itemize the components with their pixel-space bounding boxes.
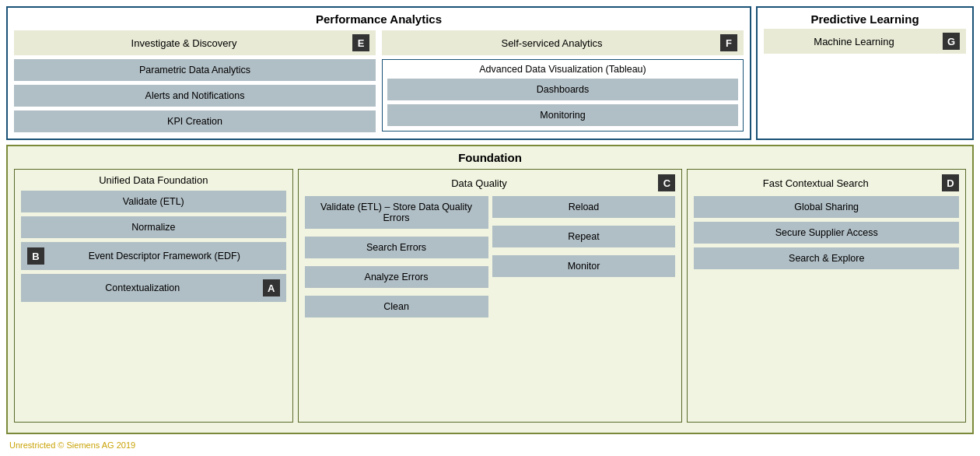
normalize-item: Normalize xyxy=(21,216,286,238)
investigate-label-text: Investigate & Discovery xyxy=(20,37,348,49)
dq-validate-item: Validate (ETL) – Store Data Quality Erro… xyxy=(305,196,488,229)
alerts-item: Alerts and Notifications xyxy=(14,85,376,107)
secure-supplier-item: Secure Supplier Access xyxy=(694,222,959,244)
investigate-col: Investigate & Discovery E Parametric Dat… xyxy=(14,30,376,132)
foundation-title: Foundation xyxy=(14,151,966,164)
adv-viz-box: Advanced Data Visualization (Tableau) Da… xyxy=(382,59,744,132)
footer: Unrestricted © Siemens AG 2019 xyxy=(6,439,974,450)
self-service-col: Self-serviced Analytics F Advanced Data … xyxy=(382,30,744,132)
badge-f: F xyxy=(720,34,737,51)
self-service-label-text: Self-serviced Analytics xyxy=(388,37,716,49)
dq-search-errors-item: Search Errors xyxy=(305,237,488,258)
edf-text: Event Descriptor Framework (EDF) xyxy=(49,251,280,261)
contextualization-item: Contextualization A xyxy=(21,274,286,302)
fast-search-title: Fast Contextual Search xyxy=(694,177,937,189)
badge-a: A xyxy=(263,279,280,296)
search-explore-item: Search & Explore xyxy=(694,247,959,269)
perf-analytics-title: Performance Analytics xyxy=(14,12,744,26)
self-service-label: Self-serviced Analytics F xyxy=(382,30,744,55)
dq-monitor-item: Monitor xyxy=(492,255,676,277)
main-wrapper: Performance Analytics Investigate & Disc… xyxy=(0,0,980,456)
perf-analytics-inner: Investigate & Discovery E Parametric Dat… xyxy=(14,30,744,132)
badge-d: D xyxy=(942,174,959,191)
global-sharing-item: Global Sharing xyxy=(694,196,959,218)
top-row: Performance Analytics Investigate & Disc… xyxy=(6,6,974,140)
dq-title: Data Quality xyxy=(305,177,654,189)
adv-viz-label: Advanced Data Visualization (Tableau) xyxy=(387,64,738,75)
parametric-item: Parametric Data Analytics xyxy=(14,59,376,81)
contextualization-text: Contextualization xyxy=(27,282,258,293)
data-quality-sub: Data Quality C Validate (ETL) – Store Da… xyxy=(298,169,683,423)
badge-c: C xyxy=(658,174,675,191)
dq-reload-item: Reload xyxy=(492,196,676,218)
machine-learning-label-text: Machine Learning xyxy=(770,36,938,47)
monitoring-item: Monitoring xyxy=(387,104,738,126)
fast-search-title-row: Fast Contextual Search D xyxy=(694,174,959,191)
machine-learning-label: Machine Learning G xyxy=(764,29,966,54)
validate-etl-item: Validate (ETL) xyxy=(21,191,286,212)
badge-g: G xyxy=(943,33,960,50)
unified-title: Unified Data Foundation xyxy=(21,174,286,186)
badge-b: B xyxy=(27,247,44,265)
perf-analytics-box: Performance Analytics Investigate & Disc… xyxy=(6,6,751,140)
foundation-inner: Unified Data Foundation Validate (ETL) N… xyxy=(14,169,966,423)
edf-item: B Event Descriptor Framework (EDF) xyxy=(21,242,286,270)
badge-e: E xyxy=(352,34,369,51)
fast-search-sub: Fast Contextual Search D Global Sharing … xyxy=(687,169,966,423)
investigate-label: Investigate & Discovery E xyxy=(14,30,376,55)
dq-title-row: Data Quality C xyxy=(305,174,676,191)
dashboards-item: Dashboards xyxy=(387,79,738,100)
footer-text: Unrestricted © Siemens AG 2019 xyxy=(9,440,135,450)
unified-title-row: Unified Data Foundation xyxy=(21,174,286,186)
foundation-box: Foundation Unified Data Foundation Valid… xyxy=(6,145,974,434)
dq-right-col: Reload Repeat Monitor xyxy=(492,196,676,317)
pred-learning-title: Predictive Learning xyxy=(764,12,966,26)
dq-clean-item: Clean xyxy=(305,296,488,317)
kpi-item: KPI Creation xyxy=(14,110,376,132)
dq-cols: Validate (ETL) – Store Data Quality Erro… xyxy=(305,196,676,317)
dq-repeat-item: Repeat xyxy=(492,226,676,247)
pred-learning-box: Predictive Learning Machine Learning G xyxy=(756,6,974,140)
unified-sub: Unified Data Foundation Validate (ETL) N… xyxy=(14,169,293,423)
dq-analyze-errors-item: Analyze Errors xyxy=(305,266,488,288)
dq-left-col: Validate (ETL) – Store Data Quality Erro… xyxy=(305,196,488,317)
